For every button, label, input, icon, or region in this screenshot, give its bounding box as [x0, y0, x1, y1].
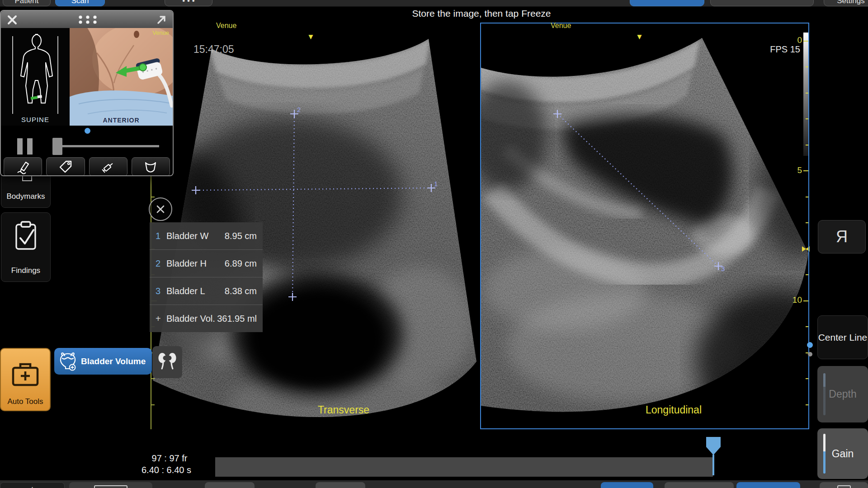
- frame-counter: 97 : 97 fr: [131, 453, 208, 464]
- fps-indicator: FPS 15: [760, 44, 800, 55]
- syringe-icon: [100, 159, 116, 174]
- close-icon[interactable]: [6, 14, 18, 26]
- transverse-orientation-marker: ▼: [307, 33, 315, 42]
- bodymark-probe-panel[interactable]: SUPINE: [0, 10, 174, 176]
- kidneys-tool-button[interactable]: [152, 346, 182, 378]
- cine-progress-track[interactable]: [215, 457, 713, 477]
- cine-speed-slider-handle[interactable]: [52, 138, 62, 155]
- longitudinal-label: Longitudinal: [606, 404, 741, 416]
- close-measurements-button[interactable]: [149, 197, 172, 221]
- caliper-3-number: 3: [721, 265, 725, 272]
- longitudinal-image-selection-border[interactable]: [480, 23, 809, 429]
- pager-dot[interactable]: [85, 128, 90, 134]
- drag-handle-icon[interactable]: [77, 14, 99, 24]
- pause-icon[interactable]: [17, 138, 23, 155]
- bottom-button-2[interactable]: [316, 482, 365, 488]
- bottom-toolbar: ▲: [0, 480, 868, 488]
- bottom-blue-button-1[interactable]: [601, 482, 653, 488]
- needle-button[interactable]: [89, 157, 127, 176]
- top-toolbar: Patient Scan • • • Settings: [0, 0, 868, 7]
- depth-slider: [823, 373, 826, 415]
- depth-tick-5: 5: [784, 165, 802, 175]
- caliper-2-number: 2: [297, 106, 301, 113]
- bottom-blue-button-2[interactable]: [736, 482, 800, 488]
- gain-button[interactable]: Gain: [817, 428, 868, 479]
- depth-button[interactable]: Depth: [817, 366, 868, 422]
- bottom-button-1[interactable]: [205, 482, 255, 488]
- findings-clipboard-icon: [13, 220, 38, 253]
- panel-pager: [1, 126, 173, 136]
- panel-venue-label: Venue: [152, 29, 169, 36]
- printer-icon: [837, 485, 851, 488]
- longitudinal-venue-label: Venue: [551, 22, 571, 30]
- measurement-row-bladder-vol[interactable]: + Bladder Vol. 361.95 ml: [150, 305, 263, 332]
- keyboard-button[interactable]: [69, 482, 152, 488]
- time-counter: 6.40 : 6.40 s: [128, 465, 205, 475]
- cine-playhead[interactable]: [705, 436, 722, 476]
- annotate-pen-button[interactable]: [4, 157, 42, 176]
- expand-icon[interactable]: [156, 14, 167, 26]
- tab-scan[interactable]: Scan: [55, 0, 105, 6]
- gain-slider: [823, 434, 826, 474]
- auto-tools-button[interactable]: Auto Tools: [0, 348, 51, 411]
- measurement-results-panel: 1 Bladder W 8.95 cm 2 Bladder H 6.89 cm …: [150, 222, 263, 332]
- cine-speed-slider-track[interactable]: [62, 145, 159, 147]
- pause-icon[interactable]: [27, 138, 33, 155]
- anterior-label: ANTERIOR: [70, 117, 173, 124]
- transverse-label: Transverse: [276, 404, 411, 416]
- status-message: Store the image, then tap Freeze: [335, 8, 628, 19]
- more-menu-button[interactable]: • • •: [165, 0, 212, 6]
- store-print-button[interactable]: [820, 482, 868, 488]
- bladder-icon: [58, 352, 77, 371]
- center-line-button[interactable]: Center Line: [817, 315, 868, 359]
- settings-button[interactable]: Settings: [824, 0, 868, 6]
- image-edge-handle-gray[interactable]: [808, 352, 812, 357]
- top-right-blue-button[interactable]: [630, 0, 704, 6]
- top-right-gray-button[interactable]: [710, 0, 814, 6]
- depth-tick-0: 0: [784, 35, 802, 45]
- bottom-button-3[interactable]: [665, 482, 734, 488]
- flip-orientation-button[interactable]: Я: [818, 220, 866, 253]
- measurement-row-bladder-h[interactable]: 2 Bladder H 6.89 cm: [150, 250, 263, 277]
- tab-patient[interactable]: Patient: [3, 0, 51, 6]
- probe-position-view[interactable]: Venue ANTERIOR: [70, 28, 173, 126]
- tag-icon: [57, 159, 74, 174]
- longitudinal-orientation-marker: ▼: [636, 33, 643, 42]
- collapse-panel-button[interactable]: ▲: [0, 482, 65, 488]
- probe-button[interactable]: [132, 157, 170, 176]
- transverse-venue-label: Venue: [216, 22, 236, 30]
- kidneys-icon: [155, 350, 180, 375]
- depth-tick-10: 10: [784, 295, 802, 305]
- probe-illustration: [70, 28, 173, 126]
- measurement-row-bladder-l[interactable]: 3 Bladder L 8.38 cm: [150, 277, 263, 305]
- supine-label: SUPINE: [1, 116, 70, 123]
- image-edge-handle-blue[interactable]: [807, 342, 813, 348]
- bodymark-supine-view[interactable]: SUPINE: [1, 28, 70, 126]
- close-icon: [156, 204, 165, 214]
- toolbox-icon: [9, 358, 42, 389]
- body-outline-figure: [1, 28, 70, 126]
- label-tag-button[interactable]: [46, 157, 85, 176]
- up-arrow-icon: ▲: [0, 485, 64, 488]
- caliper-1-number: 1: [434, 180, 438, 188]
- pen-icon: [15, 159, 31, 174]
- probe-fan-icon: [142, 159, 159, 174]
- keyboard-icon: [94, 485, 127, 488]
- bladder-volume-button[interactable]: Bladder Volume: [54, 348, 152, 375]
- panel-header[interactable]: [1, 11, 173, 28]
- findings-button[interactable]: Findings: [1, 212, 51, 282]
- measurement-row-bladder-w[interactable]: 1 Bladder W 8.95 cm: [150, 222, 263, 250]
- acquisition-time: 15:47:05: [193, 43, 234, 56]
